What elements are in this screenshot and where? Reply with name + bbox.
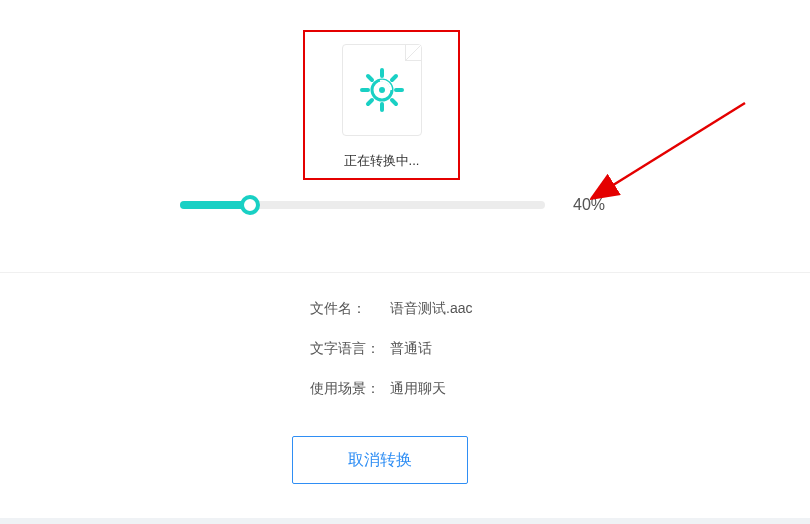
- language-label: 文字语言：: [310, 340, 390, 358]
- svg-point-1: [379, 87, 385, 93]
- detail-row-scene: 使用场景： 通用聊天: [310, 380, 472, 398]
- scene-value: 通用聊天: [390, 380, 446, 398]
- annotation-arrow: [590, 95, 760, 205]
- detail-row-filename: 文件名： 语音测试.aac: [310, 300, 472, 318]
- detail-row-language: 文字语言： 普通话: [310, 340, 472, 358]
- filename-value: 语音测试.aac: [390, 300, 472, 318]
- scene-label: 使用场景：: [310, 380, 390, 398]
- conversion-details: 文件名： 语音测试.aac 文字语言： 普通话 使用场景： 通用聊天: [310, 300, 472, 420]
- file-icon: [342, 44, 422, 136]
- converting-highlight-box: 正在转换中...: [303, 30, 460, 180]
- progress-bar: 40%: [180, 196, 610, 214]
- bottom-bar: [0, 518, 810, 524]
- file-corner-fold: [405, 45, 421, 61]
- section-divider: [0, 272, 810, 273]
- language-value: 普通话: [390, 340, 432, 358]
- cancel-button[interactable]: 取消转换: [292, 436, 468, 484]
- status-text: 正在转换中...: [344, 152, 420, 170]
- progress-percent-label: 40%: [573, 196, 605, 214]
- progress-thumb: [240, 195, 260, 215]
- svg-line-2: [610, 103, 745, 187]
- filename-label: 文件名：: [310, 300, 390, 318]
- gear-icon: [359, 67, 405, 113]
- progress-track: [180, 201, 545, 209]
- cancel-button-label: 取消转换: [348, 450, 412, 471]
